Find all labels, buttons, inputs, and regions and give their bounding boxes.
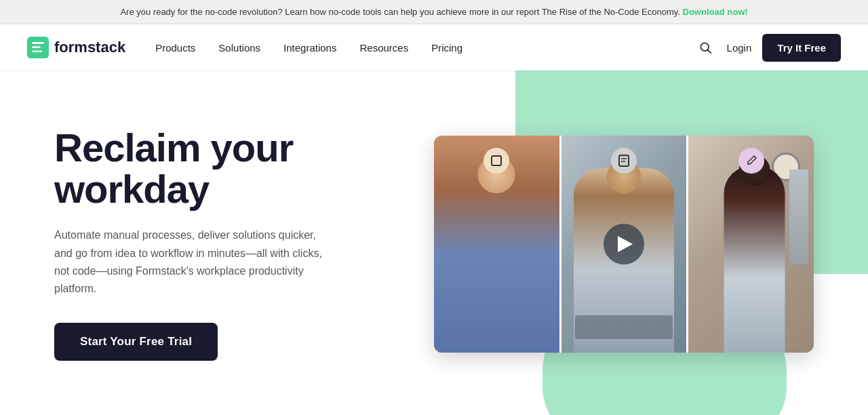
announcement-bar: Are you ready for the no-code revolution…	[0, 0, 868, 24]
hero-subtext: Automate manual processes, deliver solut…	[54, 226, 326, 298]
nav-item-products[interactable]: Products	[146, 37, 205, 59]
video-panel-2	[561, 136, 687, 353]
video-panel-3	[688, 136, 814, 353]
announcement-text: Are you ready for the no-code revolution…	[120, 7, 680, 17]
search-icon	[698, 41, 712, 54]
forms-icon	[490, 155, 502, 167]
try-it-free-button[interactable]: Try It Free	[762, 34, 841, 62]
hero-content: Reclaim your workday Automate manual pro…	[54, 127, 407, 360]
video-panel-1	[434, 136, 559, 353]
nav-links: Products Solutions Integrations Resource…	[146, 37, 694, 59]
video-panels	[434, 136, 814, 353]
logo-icon	[27, 37, 49, 58]
hero-section: Reclaim your workday Automate manual pro…	[0, 71, 868, 415]
hero-heading: Reclaim your workday	[54, 127, 407, 210]
edit-icon	[745, 155, 757, 167]
bookshelf	[789, 170, 808, 264]
nav-actions: Login Try It Free	[694, 34, 841, 62]
nav-item-integrations[interactable]: Integrations	[274, 37, 346, 59]
panel-icon-1	[484, 148, 509, 174]
panel-icon-2	[611, 148, 637, 174]
document-icon	[618, 155, 630, 167]
svg-rect-2	[32, 46, 40, 48]
video-container[interactable]	[434, 136, 814, 353]
navbar: formstack Products Solutions Integration…	[0, 24, 868, 71]
laptop-element	[575, 315, 673, 339]
play-icon	[618, 236, 633, 252]
play-button[interactable]	[604, 224, 644, 264]
svg-rect-1	[32, 42, 44, 44]
hero-heading-line2: workday	[54, 167, 209, 211]
logo-link[interactable]: formstack	[27, 37, 125, 58]
svg-line-5	[707, 50, 711, 54]
hero-video-area	[407, 136, 814, 353]
person-silhouette-3	[724, 166, 785, 353]
announcement-cta[interactable]: Download now!	[683, 7, 748, 17]
svg-rect-7	[619, 155, 629, 166]
hero-heading-line1: Reclaim your	[54, 125, 293, 170]
login-link[interactable]: Login	[727, 42, 752, 54]
panel-icon-3	[738, 148, 764, 174]
nav-item-pricing[interactable]: Pricing	[422, 37, 472, 59]
start-free-trial-button[interactable]: Start Your Free Trial	[54, 323, 218, 361]
logo-text: formstack	[54, 39, 125, 56]
svg-rect-3	[32, 50, 42, 52]
search-button[interactable]	[694, 37, 716, 58]
svg-rect-6	[492, 156, 501, 165]
nav-item-solutions[interactable]: Solutions	[209, 37, 270, 59]
nav-item-resources[interactable]: Resources	[350, 37, 418, 59]
